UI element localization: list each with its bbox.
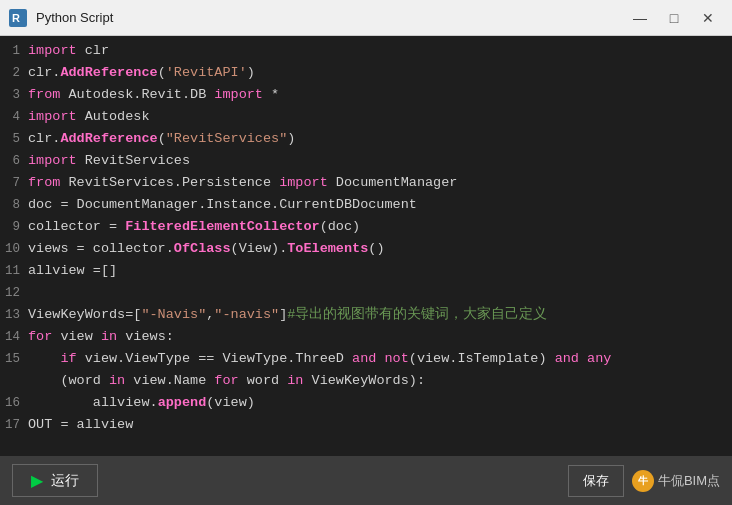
line-number: 11 (0, 260, 28, 282)
line-number: 1 (0, 40, 28, 62)
line-number: 3 (0, 84, 28, 106)
line-content: OUT = allview (28, 414, 732, 436)
table-row: 11allview =[] (0, 260, 732, 282)
bottom-right-controls: 保存 牛 牛侃BIM点 (568, 465, 720, 497)
svg-text:R: R (12, 12, 20, 24)
line-content: import Autodesk (28, 106, 732, 128)
table-row: 9collector = FilteredElementCollector(do… (0, 216, 732, 238)
table-row: 1import clr (0, 40, 732, 62)
line-content: import RevitServices (28, 150, 732, 172)
run-icon: ▶ (31, 471, 43, 490)
table-row: 3from Autodesk.Revit.DB import * (0, 84, 732, 106)
line-content: import clr (28, 40, 732, 62)
table-row: 12 (0, 282, 732, 304)
table-row: 6import RevitServices (0, 150, 732, 172)
line-number: 17 (0, 414, 28, 436)
line-content: clr.AddReference('RevitAPI') (28, 62, 732, 84)
bottom-bar: ▶ 运行 保存 牛 牛侃BIM点 (0, 456, 732, 505)
watermark-text: 牛侃BIM点 (658, 472, 720, 490)
app-icon: R (8, 8, 28, 28)
minimize-button[interactable]: — (624, 4, 656, 32)
line-number: 10 (0, 238, 28, 260)
line-content: collector = FilteredElementCollector(doc… (28, 216, 732, 238)
line-number: 6 (0, 150, 28, 172)
table-row: 15 if view.ViewType == ViewType.ThreeD a… (0, 348, 732, 370)
table-row: 16 allview.append(view) (0, 392, 732, 414)
watermark-icon: 牛 (632, 470, 654, 492)
run-button[interactable]: ▶ 运行 (12, 464, 98, 497)
table-row: 8doc = DocumentManager.Instance.CurrentD… (0, 194, 732, 216)
line-number: 7 (0, 172, 28, 194)
line-content: ViewKeyWords=["-Navis","-navis"]#导出的视图带有… (28, 304, 732, 326)
table-row: 5clr.AddReference("RevitServices") (0, 128, 732, 150)
line-content: for view in views: (28, 326, 732, 348)
line-content: allview.append(view) (28, 392, 732, 414)
line-number: 15 (0, 348, 28, 370)
run-label: 运行 (51, 472, 79, 490)
line-number: 5 (0, 128, 28, 150)
table-row: 7from RevitServices.Persistence import D… (0, 172, 732, 194)
line-content: views = collector.OfClass(View).ToElemen… (28, 238, 732, 260)
table-row: 13ViewKeyWords=["-Navis","-navis"]#导出的视图… (0, 304, 732, 326)
line-number: 12 (0, 282, 28, 304)
line-content: from Autodesk.Revit.DB import * (28, 84, 732, 106)
line-content: allview =[] (28, 260, 732, 282)
table-row: 10views = collector.OfClass(View).ToElem… (0, 238, 732, 260)
window-controls: — □ ✕ (624, 4, 724, 32)
title-bar: R Python Script — □ ✕ (0, 0, 732, 36)
line-number: 2 (0, 62, 28, 84)
code-editor[interactable]: 1import clr2clr.AddReference('RevitAPI')… (0, 36, 732, 456)
table-row: 14for view in views: (0, 326, 732, 348)
line-number: 14 (0, 326, 28, 348)
watermark: 牛 牛侃BIM点 (632, 470, 720, 492)
line-content: if view.ViewType == ViewType.ThreeD and … (28, 348, 732, 370)
maximize-button[interactable]: □ (658, 4, 690, 32)
line-number: 13 (0, 304, 28, 326)
line-content: doc = DocumentManager.Instance.CurrentDB… (28, 194, 732, 216)
line-content: (word in view.Name for word in ViewKeyWo… (28, 370, 732, 392)
line-content: from RevitServices.Persistence import Do… (28, 172, 732, 194)
table-row: (word in view.Name for word in ViewKeyWo… (0, 370, 732, 392)
line-content: clr.AddReference("RevitServices") (28, 128, 732, 150)
table-row: 2clr.AddReference('RevitAPI') (0, 62, 732, 84)
table-row: 17OUT = allview (0, 414, 732, 436)
window-title: Python Script (36, 10, 624, 25)
line-number: 8 (0, 194, 28, 216)
save-button[interactable]: 保存 (568, 465, 624, 497)
line-number: 9 (0, 216, 28, 238)
close-button[interactable]: ✕ (692, 4, 724, 32)
line-number: 16 (0, 392, 28, 414)
table-row: 4import Autodesk (0, 106, 732, 128)
line-number: 4 (0, 106, 28, 128)
